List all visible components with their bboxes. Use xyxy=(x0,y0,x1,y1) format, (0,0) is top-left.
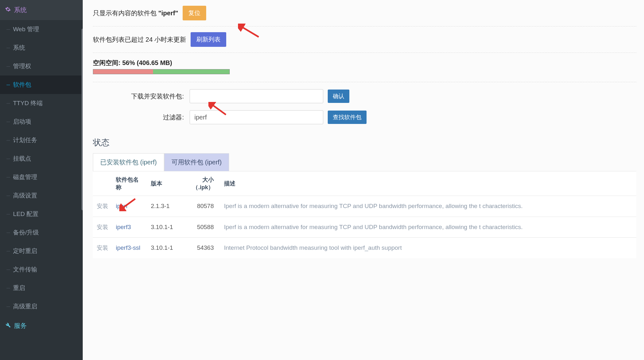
dash-icon: --- xyxy=(6,64,10,69)
dash-icon: --- xyxy=(6,248,10,254)
dash-icon: --- xyxy=(6,27,10,32)
sidebar-item-startup[interactable]: ---启动项 xyxy=(0,112,83,131)
confirm-button[interactable]: 确认 xyxy=(328,90,349,103)
dash-icon: --- xyxy=(6,193,10,198)
dash-icon: --- xyxy=(6,45,10,50)
sidebar-item-led[interactable]: ---LED 配置 xyxy=(0,205,83,223)
th-size: 大小（.ipk） xyxy=(179,171,220,196)
pkg-size: 50588 xyxy=(179,217,220,238)
sidebar-section-services[interactable]: 服务 xyxy=(0,316,83,336)
sidebar-item-filetransfer[interactable]: ---文件传输 xyxy=(0,260,83,279)
sidebar-item-backup[interactable]: ---备份/升级 xyxy=(0,223,83,242)
filter-notice-text: 只显示有内容的软件包 "iperf" xyxy=(93,9,178,18)
dash-icon: --- xyxy=(6,175,10,180)
sidebar-section-label: 系统 xyxy=(14,6,27,14)
pkg-name[interactable]: iperf xyxy=(112,196,147,217)
table-row: 安装iperf2.1.3-180578Iperf is a modern alt… xyxy=(93,196,636,217)
pkg-desc: Iperf is a modern alternative for measur… xyxy=(220,196,636,217)
sidebar: 系统 ---Web 管理 ---系统 ---管理权 ---软件包 ---TTYD… xyxy=(0,0,83,360)
pkg-size: 54363 xyxy=(179,238,220,258)
sidebar-item-disk[interactable]: ---磁盘管理 xyxy=(0,168,83,186)
wrench-icon xyxy=(5,322,11,329)
gear-icon xyxy=(5,6,11,14)
sidebar-item-software[interactable]: ---软件包 xyxy=(0,76,83,94)
pkg-version: 3.10.1-1 xyxy=(147,217,179,238)
th-desc: 描述 xyxy=(220,171,636,196)
sidebar-item-scheduled-reboot[interactable]: ---定时重启 xyxy=(0,242,83,260)
stale-notice-row: 软件包列表已超过 24 小时未更新 刷新列表 xyxy=(93,32,636,53)
free-space-block: 空闲空间: 56% (406.65 MB) xyxy=(93,59,636,74)
table-row: 安装iperf3-ssl3.10.1-154363Internet Protoc… xyxy=(93,238,636,258)
dash-icon: --- xyxy=(6,230,10,235)
stale-notice-text: 软件包列表已超过 24 小时未更新 xyxy=(93,35,186,44)
free-space-bar xyxy=(93,69,230,74)
sidebar-item-cron[interactable]: ---计划任务 xyxy=(0,131,83,149)
install-link[interactable]: 安装 xyxy=(93,217,112,238)
dash-icon: --- xyxy=(6,267,10,272)
free-segment xyxy=(153,69,229,74)
pkg-desc: Iperf is a modern alternative for measur… xyxy=(220,217,636,238)
main-content: 只显示有内容的软件包 "iperf" 复位 软件包列表已超过 24 小时未更新 … xyxy=(83,0,644,360)
sidebar-item-adv-reboot[interactable]: ---高级重启 xyxy=(0,297,83,316)
pkg-version: 2.1.3-1 xyxy=(147,196,179,217)
dash-icon: --- xyxy=(6,82,10,87)
install-label: 下载并安装软件包: xyxy=(93,92,185,101)
dash-icon: --- xyxy=(6,156,10,161)
sidebar-item-ttyd[interactable]: ---TTYD 终端 xyxy=(0,94,83,112)
dash-icon: --- xyxy=(6,101,10,106)
install-input[interactable] xyxy=(190,89,323,103)
pkg-version: 3.10.1-1 xyxy=(147,238,179,258)
divider xyxy=(93,82,636,82)
sidebar-section-label: 服务 xyxy=(14,321,27,330)
tab-installed[interactable]: 已安装软件包 (iperf) xyxy=(93,153,164,171)
install-row: 下载并安装软件包: 确认 xyxy=(93,89,636,103)
sidebar-item-web-admin[interactable]: ---Web 管理 xyxy=(0,20,83,39)
th-name: 软件包名称 xyxy=(112,171,147,196)
sidebar-item-admin[interactable]: ---管理权 xyxy=(0,57,83,76)
status-heading: 状态 xyxy=(93,137,636,148)
filter-input[interactable] xyxy=(190,110,323,124)
filter-notice-row: 只显示有内容的软件包 "iperf" 复位 xyxy=(93,6,636,26)
free-space-label: 空闲空间: 56% (406.65 MB) xyxy=(93,59,636,67)
th-version: 版本 xyxy=(147,171,179,196)
pkg-name[interactable]: iperf3-ssl xyxy=(112,238,147,258)
sidebar-item-system[interactable]: ---系统 xyxy=(0,39,83,57)
table-row: 安装iperf33.10.1-150588Iperf is a modern a… xyxy=(93,217,636,238)
dash-icon: --- xyxy=(6,285,10,291)
th-install xyxy=(93,171,112,196)
refresh-list-button[interactable]: 刷新列表 xyxy=(191,32,226,47)
reset-button[interactable]: 复位 xyxy=(183,6,206,20)
pkg-name[interactable]: iperf3 xyxy=(112,217,147,238)
sidebar-item-mounts[interactable]: ---挂载点 xyxy=(0,149,83,168)
dash-icon: --- xyxy=(6,119,10,124)
table-header-row: 软件包名称 版本 大小（.ipk） 描述 xyxy=(93,171,636,196)
pkg-desc: Internet Protocol bandwidth measuring to… xyxy=(220,238,636,258)
sidebar-section-system[interactable]: 系统 xyxy=(0,0,83,20)
install-link[interactable]: 安装 xyxy=(93,196,112,217)
sidebar-item-reboot[interactable]: ---重启 xyxy=(0,279,83,297)
install-link[interactable]: 安装 xyxy=(93,238,112,258)
sidebar-item-advanced[interactable]: ---高级设置 xyxy=(0,186,83,205)
filter-label: 过滤器: xyxy=(93,113,185,122)
dash-icon: --- xyxy=(6,304,10,309)
package-table: 软件包名称 版本 大小（.ipk） 描述 安装iperf2.1.3-180578… xyxy=(93,171,636,258)
pkg-size: 80578 xyxy=(179,196,220,217)
tab-available[interactable]: 可用软件包 (iperf) xyxy=(164,153,229,171)
tabs: 已安装软件包 (iperf) 可用软件包 (iperf) xyxy=(93,153,636,171)
dash-icon: --- xyxy=(6,138,10,143)
dash-icon: --- xyxy=(6,212,10,217)
used-segment xyxy=(93,69,153,74)
filter-row: 过滤器: 查找软件包 xyxy=(93,110,636,124)
find-package-button[interactable]: 查找软件包 xyxy=(328,111,367,124)
